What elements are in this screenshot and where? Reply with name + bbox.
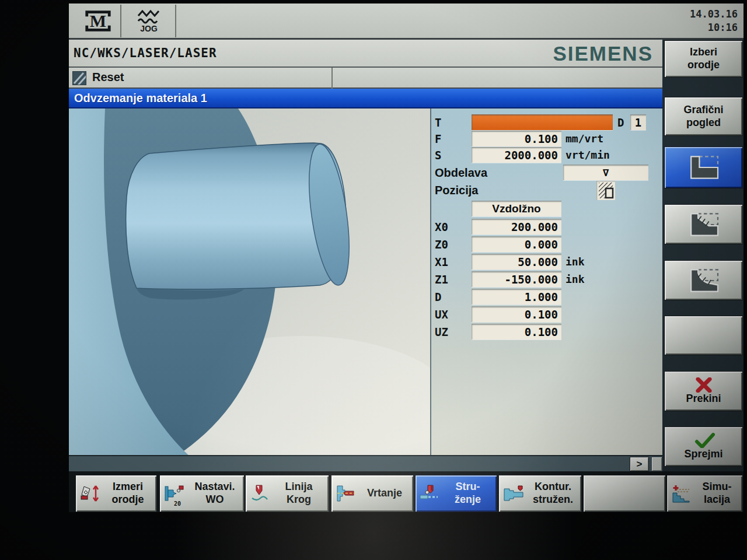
channel-status-bar: Reset [69,68,662,89]
cycle-title-bar: Odvzemanje materiala 1 [69,89,662,108]
softkey-strip-spacer [652,457,662,471]
drilling-icon [335,484,356,503]
top-status-bar: M JOG 14.03.16 10:16 [69,4,743,40]
siemens-logo: SIEMENS [553,42,653,65]
vertical-softkey-column: Izberi orodje Grafični pogled [662,40,743,512]
channel-state-label: Reset [92,71,124,84]
workpiece-3d-render [69,108,430,455]
softkey-linija-krog[interactable]: Linija Krog [246,475,329,512]
turning-icon [419,484,439,503]
softkey-nastavi-wo[interactable]: 20 Nastavi. WO [160,475,244,512]
sinumerik-screen: M JOG 14.03.16 10:16 NC/WKS/LASER/LASER [69,4,743,512]
horizontal-softkey-row: Izmeri orodje 20 Nastavi. WO [69,471,743,512]
softkey-blank-right[interactable] [665,316,742,355]
softkey-corner-round[interactable] [665,261,742,300]
simulation-icon [671,484,692,503]
feed-label: F [435,132,441,145]
datetime-display: 14.03.16 10:16 [690,8,738,34]
softkey-simulacija[interactable]: Simu- lacija [667,475,742,512]
speed-input[interactable]: 2000.000 [472,147,561,163]
pozicija-label: Pozicija [435,184,478,197]
tool-input[interactable] [472,114,613,130]
param-unit: ink [566,273,585,285]
cancel-x-icon [692,377,715,393]
cnc-monitor-photo: M JOG 14.03.16 10:16 NC/WKS/LASER/LASER [0,0,747,560]
param-input[interactable]: 200.000 [472,219,561,235]
jog-mode-cell[interactable]: JOG [123,5,176,37]
tool-label: T [435,116,441,129]
position-corner-icon [596,181,615,200]
softkey-struzenje[interactable]: Stru- ženje [416,475,497,512]
param-label: X1 [435,256,448,268]
softkey-graficni-pogled[interactable]: Grafični pogled [665,97,742,135]
breadcrumb: NC/WKS/LASER/LASER [74,46,217,60]
d-label: D [617,116,624,129]
softkey-corner-chamfer[interactable] [665,205,742,244]
softkey-sprejmi[interactable]: Sprejmi [665,427,742,466]
d-input[interactable]: 1 [630,114,646,130]
graphics-preview [69,108,430,455]
direction-select[interactable]: Vzdolžno [472,201,561,216]
softkey-kontur-struzenje[interactable]: Kontur. stružen. [499,475,581,512]
softkey-izberi-orodje[interactable]: Izberi orodje [665,41,742,77]
date-text: 14.03.16 [690,8,738,21]
param-input[interactable]: 1.000 [472,289,561,304]
speed-label: S [435,149,441,162]
param-input[interactable]: 0.100 [472,306,561,322]
cycle-title: Odvzemanje materiala 1 [74,92,207,105]
softkey-izmeri-orodje[interactable]: Izmeri orodje [76,475,156,512]
pozicija-select[interactable] [596,181,615,200]
softkey-extension-strip: > [69,455,662,471]
expand-softkeys-button[interactable]: > [630,457,648,471]
param-input[interactable]: 50.000 [472,254,561,270]
softkey-prekini[interactable]: Prekini [665,372,742,411]
param-label: D [435,290,441,303]
param-unit: ink [566,256,585,268]
obdelava-label: Obdelava [435,166,487,180]
speed-unit: vrt/min [566,149,610,161]
softkey-vrtanje[interactable]: Vrtanje [331,475,413,512]
param-input[interactable]: 0.000 [472,236,561,252]
machine-icon: M [83,8,113,34]
corner-straight-icon [686,153,722,181]
machine-mode-cell[interactable]: M [76,5,121,37]
corner-round-icon [686,267,722,295]
time-text: 10:16 [690,21,738,34]
softkey-blank-bottom[interactable] [584,475,665,512]
jog-label: JOG [140,24,158,33]
param-label: X0 [435,220,448,233]
param-label: Z1 [435,273,448,286]
param-label: Z0 [435,238,448,251]
contour-turning-icon [502,484,525,503]
cycle-parameter-form: T D 1 F 0.100 mm/vrt S 2000.000 vrt/min … [430,108,662,455]
line-circle-icon [249,484,269,503]
feed-input[interactable]: 0.100 [472,131,561,146]
measure-tool-icon [79,484,99,503]
softkey-corner-straight[interactable] [665,147,742,188]
status-bar-divider [331,68,333,89]
accept-check-icon [692,433,715,448]
param-label: UZ [435,326,448,338]
obdelava-select[interactable]: ∇ [563,164,648,180]
feed-unit: mm/vrt [566,132,603,145]
program-path-bar: NC/WKS/LASER/LASER SIEMENS [69,40,662,68]
machine-mode-letter: M [90,11,106,31]
param-input[interactable]: 0.100 [472,324,561,340]
jog-icon: JOG [135,9,162,33]
corner-chamfer-icon [686,211,722,239]
param-label: UX [435,308,448,321]
param-input[interactable]: -150.000 [472,271,561,287]
reset-status-icon [72,71,86,85]
